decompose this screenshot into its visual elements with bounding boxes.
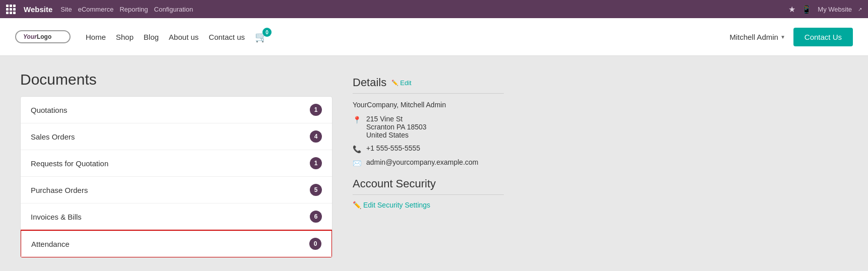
admin-bar: Website Site eCommerce Reporting Configu… <box>0 0 868 18</box>
grid-menu-icon[interactable] <box>6 5 16 14</box>
logo-logo: Logo <box>37 33 51 40</box>
doc-item-purchase-orders[interactable]: Purchase Orders 5 <box>21 177 332 204</box>
details-company-name: YourCompany, Mitchell Admin <box>353 101 504 109</box>
doc-badge: 5 <box>310 184 322 196</box>
admin-brand[interactable]: Website <box>24 5 52 14</box>
doc-item-quotations[interactable]: Quotations 1 <box>21 97 332 123</box>
logo-your: Your <box>23 33 37 40</box>
details-divider <box>353 93 504 94</box>
detail-email-row: ✉️ admin@yourcompany.example.com <box>353 158 504 167</box>
star-icon[interactable]: ★ <box>788 5 795 14</box>
detail-email: admin@yourcompany.example.com <box>366 158 479 166</box>
user-menu[interactable]: Mitchell Admin ▼ <box>729 33 785 41</box>
phone-icon: 📞 <box>353 145 361 153</box>
doc-item-attendance[interactable]: Attendance 0 <box>20 230 332 258</box>
document-list: Quotations 1 Sales Orders 4 Requests for… <box>20 96 332 258</box>
nav-about-us[interactable]: About us <box>169 33 198 41</box>
doc-item-rfq[interactable]: Requests for Quotation 1 <box>21 150 332 177</box>
nav-right: Mitchell Admin ▼ Contact Us <box>729 28 853 46</box>
pencil-icon: ✏️ <box>391 80 398 86</box>
address-line1: 215 Vine St <box>366 115 427 123</box>
admin-nav-reporting[interactable]: Reporting <box>119 6 148 13</box>
cart-badge: 0 <box>262 28 272 37</box>
doc-item-label: Requests for Quotation <box>31 159 108 168</box>
contact-us-button[interactable]: Contact Us <box>793 28 853 46</box>
doc-item-label: Attendance <box>31 240 70 248</box>
security-divider <box>353 194 504 195</box>
admin-bar-right: ★ 📱 My Website ↗ <box>788 5 862 14</box>
admin-nav: Site eCommerce Reporting Configuration <box>60 6 193 13</box>
my-website-link[interactable]: My Website <box>818 6 852 13</box>
doc-item-invoices[interactable]: Invoices & Bills 6 <box>21 204 332 230</box>
nav-blog[interactable]: Blog <box>144 33 159 41</box>
documents-title: Documents <box>20 71 332 88</box>
mobile-icon[interactable]: 📱 <box>802 5 812 14</box>
edit-label: Edit <box>400 79 411 87</box>
doc-badge: 6 <box>310 211 322 223</box>
nav-home[interactable]: Home <box>86 33 106 41</box>
doc-badge: 1 <box>310 157 322 169</box>
doc-item-label: Quotations <box>31 106 68 114</box>
edit-details-link[interactable]: ✏️ Edit <box>391 79 411 87</box>
details-header: Details ✏️ Edit <box>353 76 504 89</box>
detail-phone: +1 555-555-5555 <box>366 144 420 152</box>
edit-security-link[interactable]: ✏️ Edit Security Settings <box>353 201 504 209</box>
caret-icon: ▼ <box>780 34 785 40</box>
location-icon: 📍 <box>353 116 361 124</box>
address-line2: Scranton PA 18503 <box>366 123 427 131</box>
address-line3: United States <box>366 131 427 139</box>
detail-address-row: 📍 215 Vine St Scranton PA 18503 United S… <box>353 115 504 139</box>
cart[interactable]: 🛒 0 <box>255 31 268 43</box>
doc-item-label: Invoices & Bills <box>31 213 82 221</box>
admin-nav-ecommerce[interactable]: eCommerce <box>78 6 114 13</box>
admin-bar-left: Website Site eCommerce Reporting Configu… <box>6 5 780 14</box>
user-name: Mitchell Admin <box>729 33 778 41</box>
documents-section: Documents Quotations 1 Sales Orders 4 Re… <box>20 71 332 258</box>
doc-badge: 4 <box>310 130 322 143</box>
detail-phone-row: 📞 +1 555-555-5555 <box>353 144 504 153</box>
external-link-icon: ↗ <box>858 7 862 12</box>
edit-security-label: Edit Security Settings <box>363 201 430 209</box>
pencil-security-icon: ✏️ <box>353 201 361 209</box>
doc-item-label: Purchase Orders <box>31 186 88 194</box>
admin-nav-site[interactable]: Site <box>60 6 72 13</box>
account-security-title: Account Security <box>353 177 504 190</box>
doc-badge: 0 <box>309 238 321 250</box>
email-icon: ✉️ <box>353 159 361 167</box>
doc-item-sales-orders[interactable]: Sales Orders 4 <box>21 123 332 150</box>
nav-shop[interactable]: Shop <box>116 33 133 41</box>
details-title: Details <box>353 76 386 89</box>
details-panel: Details ✏️ Edit YourCompany, Mitchell Ad… <box>353 71 504 258</box>
website-nav: Your Logo Home Shop Blog About us Contac… <box>0 18 868 56</box>
doc-item-label: Sales Orders <box>31 132 75 141</box>
logo[interactable]: Your Logo <box>15 30 71 43</box>
main-content: Documents Quotations 1 Sales Orders 4 Re… <box>0 56 868 271</box>
admin-nav-configuration[interactable]: Configuration <box>154 6 193 13</box>
doc-badge: 1 <box>310 104 322 116</box>
detail-address: 215 Vine St Scranton PA 18503 United Sta… <box>366 115 427 139</box>
nav-contact-us[interactable]: Contact us <box>209 33 245 41</box>
website-nav-links: Home Shop Blog About us Contact us 🛒 0 <box>86 31 714 43</box>
